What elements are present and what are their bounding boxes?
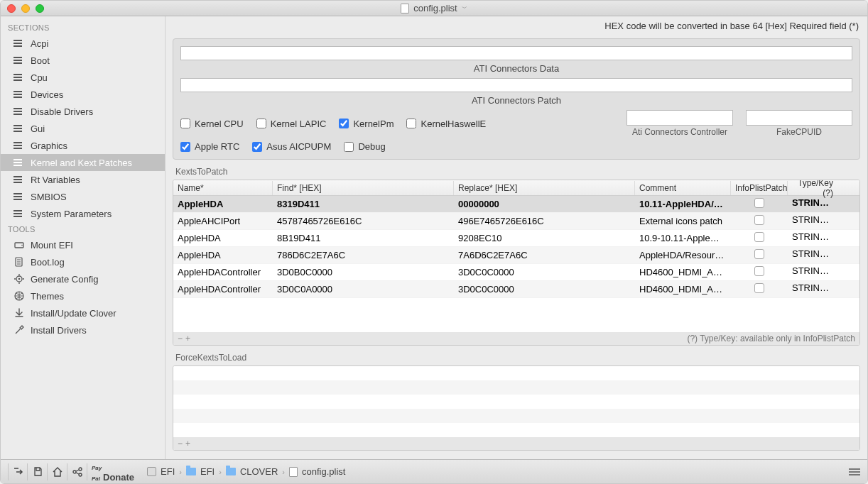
- cell-infoplistpatch[interactable]: [731, 281, 788, 297]
- window-controls: [7, 4, 44, 13]
- cell-infoplistpatch[interactable]: [731, 196, 788, 212]
- fakecpuid-input[interactable]: [746, 110, 852, 126]
- close-window-button[interactable]: [7, 4, 16, 13]
- cell-replace: 496E7465726E616C: [454, 214, 635, 229]
- col-comment[interactable]: Comment: [635, 181, 731, 195]
- sidebar-item-rt-variables[interactable]: Rt Variables: [1, 171, 165, 188]
- cell-type[interactable]: STRING▲▼: [788, 246, 837, 265]
- asus-aicpupm-checkbox[interactable]: Asus AICPUPM: [252, 141, 331, 152]
- export-button[interactable]: [8, 463, 28, 480]
- cell-infoplistpatch[interactable]: [731, 230, 788, 246]
- cell-type[interactable]: STRING▲▼: [788, 280, 837, 299]
- save-button[interactable]: [28, 463, 48, 480]
- stepper-icon[interactable]: ▲▼: [830, 236, 836, 246]
- stepper-icon[interactable]: ▲▼: [830, 219, 836, 229]
- donate-button[interactable]: PayPalDonate: [92, 461, 134, 483]
- checkbox-icon[interactable]: [754, 266, 764, 276]
- sidebar-item-label: Install/Update Clover: [31, 308, 116, 319]
- sidebar-item-disable-drivers[interactable]: Disable Drivers: [1, 103, 165, 120]
- breadcrumb-item[interactable]: config.plist: [302, 466, 345, 477]
- col-find[interactable]: Find* [HEX]: [273, 181, 454, 195]
- force-remove-button[interactable]: −: [178, 439, 185, 449]
- cell-type[interactable]: STRING▲▼: [788, 212, 837, 231]
- cell-type[interactable]: STRING▲▼: [788, 195, 837, 214]
- sidebar-tool-mount-efi[interactable]: Mount EFI: [1, 236, 165, 253]
- sidebar-item-graphics[interactable]: Graphics: [1, 137, 165, 154]
- table-row[interactable]: AppleHDA8319D4110000000010.11-AppleHDA/R…: [173, 196, 859, 213]
- col-infoplistpatch[interactable]: InfoPlistPatch: [731, 181, 788, 195]
- table-row[interactable]: AppleAHCIPort45787465726E616C496E7465726…: [173, 213, 859, 230]
- stepper-icon[interactable]: ▲▼: [830, 202, 836, 211]
- table-row[interactable]: AppleHDA786D6C2E7A6C7A6D6C2E7A6CAppleHDA…: [173, 247, 859, 264]
- breadcrumb-item[interactable]: CLOVER: [240, 466, 278, 477]
- sidebar-item-kernel-kext[interactable]: Kernel and Kext Patches: [1, 154, 165, 171]
- sidebar-item-label: Kernel and Kext Patches: [31, 158, 132, 168]
- remove-row-button[interactable]: −: [178, 334, 185, 343]
- kernel-haswell-checkbox[interactable]: KernelHaswellE: [406, 119, 486, 129]
- list-icon: [13, 142, 25, 149]
- menu-button[interactable]: [849, 467, 860, 477]
- cell-infoplistpatch[interactable]: [731, 247, 788, 263]
- sidebar-item-label: Rt Variables: [31, 175, 80, 185]
- col-replace[interactable]: Replace* [HEX]: [454, 181, 635, 195]
- force-add-button[interactable]: +: [185, 439, 193, 449]
- checkbox-icon[interactable]: [754, 215, 764, 225]
- sidebar-item-label: SMBIOS: [31, 192, 67, 202]
- sidebar-item-boot[interactable]: Boot: [1, 52, 165, 69]
- sidebar-item-devices[interactable]: Devices: [1, 86, 165, 103]
- stepper-icon[interactable]: ▲▼: [830, 270, 836, 280]
- share-button[interactable]: [67, 463, 87, 480]
- sidebar-item-cpu[interactable]: Cpu: [1, 69, 165, 86]
- hex-note: HEX code will be converted in base 64 [H…: [173, 16, 860, 38]
- cell-comment: External icons patch: [635, 214, 731, 229]
- sidebar-tool-install-update[interactable]: Install/Update Clover: [1, 304, 165, 321]
- col-name[interactable]: Name*: [173, 181, 273, 195]
- kexts-section-label: KextsToPatch: [175, 167, 860, 177]
- add-row-button[interactable]: +: [185, 334, 193, 343]
- ati-connectors-patch-input[interactable]: [180, 78, 852, 92]
- kernel-cpu-checkbox[interactable]: Kernel CPU: [180, 119, 244, 129]
- debug-checkbox[interactable]: Debug: [344, 141, 385, 152]
- sidebar-tool-bootlog[interactable]: Boot.log: [1, 253, 165, 270]
- cell-type[interactable]: STRING▲▼: [788, 229, 837, 248]
- cell-replace: 9208EC10: [454, 231, 635, 246]
- sidebar-tool-install-drivers[interactable]: Install Drivers: [1, 321, 165, 339]
- sidebar-item-acpi[interactable]: Acpi: [1, 35, 165, 52]
- kernel-lapic-checkbox[interactable]: Kernel LAPIC: [256, 119, 327, 129]
- sidebar-sections-header: SECTIONS: [1, 21, 165, 35]
- svg-point-7: [18, 278, 21, 280]
- apple-rtc-checkbox[interactable]: Apple RTC: [180, 141, 239, 152]
- home-button[interactable]: [48, 463, 67, 480]
- cell-type[interactable]: STRING▲▼: [788, 263, 837, 282]
- zoom-window-button[interactable]: [36, 4, 44, 13]
- force-list-body[interactable]: [173, 366, 859, 437]
- checkbox-icon[interactable]: [754, 283, 764, 293]
- sidebar-tool-generate-config[interactable]: Generate Config: [1, 270, 165, 287]
- stepper-icon[interactable]: ▲▼: [830, 287, 836, 297]
- cell-infoplistpatch[interactable]: [731, 264, 788, 280]
- kernel-pm-checkbox[interactable]: KernelPm: [339, 119, 394, 129]
- table-row[interactable]: AppleHDAController3D0B0C00003D0C0C0000HD…: [173, 264, 859, 281]
- download-icon: [13, 307, 25, 319]
- breadcrumb-item[interactable]: EFI: [161, 466, 175, 477]
- table-row[interactable]: AppleHDAController3D0C0A00003D0C0C0000HD…: [173, 281, 859, 298]
- breadcrumb-item[interactable]: EFI: [200, 466, 215, 477]
- checkbox-icon[interactable]: [754, 249, 764, 259]
- sidebar-item-gui[interactable]: Gui: [1, 120, 165, 137]
- cell-infoplistpatch[interactable]: [731, 213, 788, 229]
- ati-connectors-data-input[interactable]: [180, 46, 852, 60]
- checkbox-icon[interactable]: [754, 198, 764, 208]
- minimize-window-button[interactable]: [21, 4, 30, 13]
- sidebar-item-system-parameters[interactable]: System Parameters: [1, 205, 165, 222]
- ati-controller-input[interactable]: [626, 110, 733, 126]
- sidebar-item-label: Generate Config: [31, 274, 98, 285]
- sidebar-item-smbios[interactable]: SMBIOS: [1, 188, 165, 205]
- stepper-icon[interactable]: ▲▼: [830, 253, 836, 263]
- chevron-right-icon: ›: [219, 468, 222, 476]
- sidebar-tools-header: TOOLS: [1, 222, 165, 236]
- table-row[interactable]: AppleHDA8B19D4119208EC1010.9-10.11-Apple…: [173, 230, 859, 247]
- sidebar-tool-themes[interactable]: Themes: [1, 287, 165, 304]
- cell-find: 8319D411: [273, 197, 454, 211]
- checkbox-icon[interactable]: [754, 232, 764, 242]
- field-label: FakeCPUID: [776, 127, 822, 137]
